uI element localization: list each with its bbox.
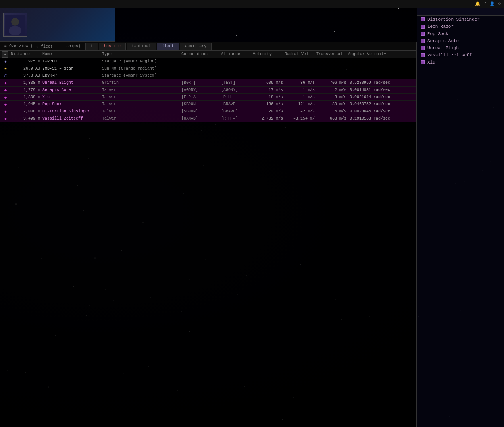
sidebar-item-unreal-blight[interactable]: Unreal Blight: [417, 44, 504, 52]
col-header-corp[interactable]: Corporation: [180, 52, 219, 56]
tab-auxiliary[interactable]: auxiliary: [180, 43, 212, 50]
row-icon: ◈: [2, 59, 9, 64]
cell-angular: 0.5280959 rad/sec: [348, 81, 392, 85]
table-row[interactable]: ☀ 26.9 AU 7MD-S1 – Star Sun M0 (Orange r…: [0, 65, 416, 72]
table-row[interactable]: ◈ 975 m T-RPFU Stargate (Amarr Region): [0, 58, 416, 65]
cell-distance: 1,338 m: [11, 81, 42, 85]
separator: – – –: [54, 44, 65, 48]
sidebar-items: Distortion Sinsinger Leon Razor Pop Sock…: [417, 16, 504, 66]
cell-alliance: [BRAVE]: [221, 109, 253, 114]
col-header-angular[interactable]: Angular Velocity: [346, 52, 390, 56]
row-icon: ◆: [2, 116, 9, 122]
sidebar-ship-icon: [420, 24, 425, 29]
table-row[interactable]: ◆ 3,499 m Vassilli Zeitseff Talwar [UXMA…: [0, 115, 416, 122]
row-icon: ◆: [2, 87, 9, 93]
cell-type: Talwar: [102, 102, 181, 106]
sidebar-item-vassilli-zeitseff[interactable]: Vassilli Zeitseff: [417, 52, 504, 59]
col-header-velocity[interactable]: Velocity: [251, 52, 283, 56]
cell-radial: 1 m/s: [285, 95, 316, 99]
cell-name: T-RPFU: [42, 59, 102, 64]
col-header-radial[interactable]: Radial Vel: [283, 52, 315, 56]
cell-velocity: 2,732 m/s: [253, 116, 285, 121]
cell-name: Vassilli Zeitseff: [42, 116, 102, 121]
row-icon: ◆: [2, 80, 9, 86]
sidebar-item-label: Xlu: [427, 60, 435, 65]
cell-type: Talwar: [102, 116, 181, 121]
table-row[interactable]: ◆ 1,945 m Pop Sock Talwar [SB00N] [BRAVE…: [0, 101, 416, 108]
cell-alliance: [R H –]: [221, 116, 253, 121]
col-header-distance[interactable]: Distance: [9, 52, 41, 56]
cell-corp: [E P A]: [181, 95, 221, 99]
cell-radial: –3,154 m/: [285, 116, 316, 121]
cell-distance: 1,945 m: [11, 102, 42, 106]
sidebar-item-label: Leon Razor: [427, 24, 454, 29]
topbar: 🔔 7 👤 ⚙: [0, 0, 504, 8]
cell-transversal: 2 m/s: [316, 88, 348, 92]
cell-name: Distortion Sinsinger: [42, 109, 102, 114]
col-header-name[interactable]: Name: [41, 52, 100, 56]
sidebar-ship-icon: [420, 46, 425, 50]
table-row[interactable]: ⬡ 37.8 AU ERVK-P Stargate (Amarr System): [0, 72, 416, 79]
topbar-icons: 🔔 7 👤 ⚙: [475, 1, 501, 6]
sort-button[interactable]: ▲: [2, 51, 8, 58]
sidebar-header: [417, 8, 504, 16]
tab-tactical[interactable]: tactical: [127, 43, 156, 50]
cell-name: 7MD-S1 – Star: [42, 66, 102, 71]
cell-transversal: 3 m/s: [316, 95, 348, 99]
sidebar-ship-icon: [420, 17, 425, 22]
sidebar-item-leon-razor[interactable]: Leon Razor: [417, 23, 504, 30]
sidebar-item-distortion-sinsinger[interactable]: Distortion Sinsinger: [417, 16, 504, 23]
sidebar-ship-icon: [420, 60, 425, 65]
table-row[interactable]: ◆ 2,008 m Distortion Sinsinger Talwar [S…: [0, 108, 416, 115]
cell-type: Talwar: [102, 88, 181, 92]
cell-transversal: 89 m/s: [316, 102, 348, 106]
another-icon[interactable]: ⚙: [498, 1, 501, 6]
cell-angular: 0.1910163 rad/sec: [348, 116, 392, 121]
sidebar-ship-icon: [420, 53, 425, 58]
char-info: [31, 24, 112, 25]
fleet-label: ☆ fleet: [36, 44, 53, 49]
cell-corp: [UXMAD]: [181, 116, 221, 121]
cell-distance: 3,499 m: [11, 116, 42, 121]
cell-corp: [AGONY]: [181, 88, 221, 92]
table-row[interactable]: ◆ 1,338 m Unreal Blight Griffin [B0RT] […: [0, 79, 416, 87]
sidebar-item-label: Unreal Blight: [427, 46, 462, 50]
overview-label: ≡ Overview (: [2, 44, 35, 48]
cell-type: Stargate (Amarr Region): [102, 59, 181, 64]
tab-bar: ≡ Overview ( ☆ fleet – – – ships) + host…: [0, 42, 416, 51]
char-avatar: [3, 13, 27, 37]
cell-distance: 26.9 AU: [11, 66, 42, 71]
cell-velocity: 609 m/s: [253, 81, 285, 85]
col-headers: ▲ Distance Name Type Corporation Allianc…: [0, 51, 416, 58]
notification-icon[interactable]: 🔔: [475, 1, 481, 6]
table-row[interactable]: ◆ 1,808 m Xlu Talwar [E P A] [R H –] 18 …: [0, 94, 416, 101]
cell-angular: 0.0014881 rad/sec: [348, 88, 392, 92]
tab-add[interactable]: +: [85, 43, 98, 50]
row-icon: ☀: [2, 66, 9, 71]
cell-name: Serapis Aote: [42, 88, 102, 92]
cell-distance: 37.8 AU: [11, 73, 42, 78]
row-icon: ⬡: [2, 73, 9, 79]
table-row[interactable]: ◆ 1,779 m Serapis Aote Talwar [AGONY] [A…: [0, 87, 416, 94]
cell-type: Talwar: [102, 109, 181, 114]
col-header-type[interactable]: Type: [100, 52, 180, 56]
tab-fleet[interactable]: fleet: [157, 43, 179, 50]
cell-angular: 0.0021644 rad/sec: [348, 95, 392, 99]
cell-name: Pop Sock: [42, 102, 102, 106]
cell-type: Sun M0 (Orange radiant): [102, 66, 181, 71]
overview-panel: ≡ Overview ( ☆ fleet – – – ships) + host…: [0, 42, 417, 427]
character-icon[interactable]: 👤: [489, 1, 495, 6]
row-icon: ◆: [2, 95, 9, 100]
cell-radial: –2 m/s: [285, 109, 316, 114]
col-header-transversal[interactable]: Transversal: [315, 52, 346, 56]
sidebar-item-serapis-aote[interactable]: Serapis Aote: [417, 37, 504, 44]
count-badge: 7: [484, 1, 487, 6]
cell-type: Talwar: [102, 95, 181, 99]
cell-name: Xlu: [42, 95, 102, 99]
tab-hostile[interactable]: hostile: [99, 43, 126, 50]
cell-alliance: [BRAVE]: [221, 102, 253, 106]
col-header-alliance[interactable]: Alliance: [219, 52, 251, 56]
sidebar-item-pop-sock[interactable]: Pop Sock: [417, 30, 504, 37]
row-icon: ◆: [2, 109, 9, 114]
sidebar-item-xlu[interactable]: Xlu: [417, 59, 504, 66]
